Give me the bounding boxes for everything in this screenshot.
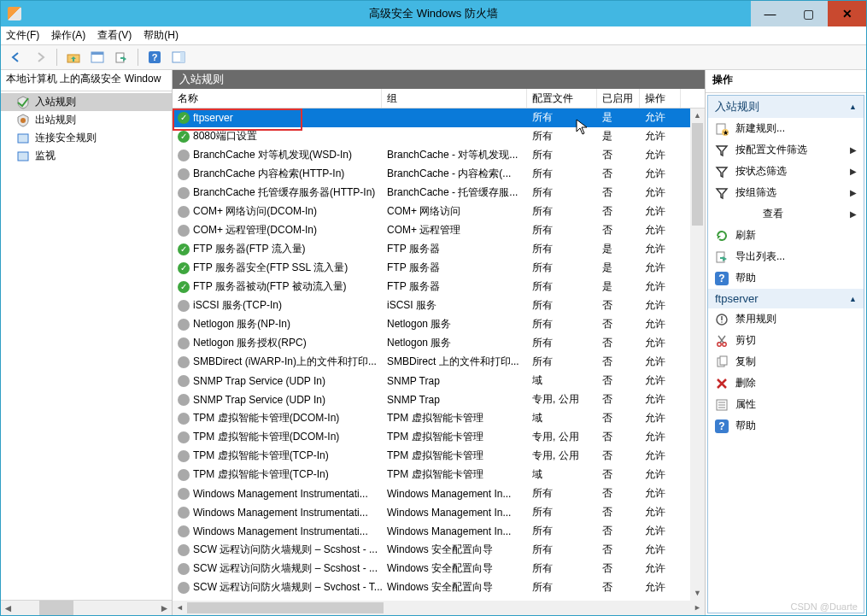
back-button[interactable] bbox=[6, 47, 26, 67]
titlebar[interactable]: 高级安全 Windows 防火墙 — ▢ ✕ bbox=[1, 1, 866, 26]
table-row[interactable]: SMBDirect (iWARP-In)上的文件和打印...SMBDirect … bbox=[173, 353, 690, 372]
table-row[interactable]: Netlogon 服务授权(RPC)Netlogon 服务所有否允许 bbox=[173, 334, 690, 353]
action-filter[interactable]: 按状态筛选▶ bbox=[708, 161, 864, 182]
action-filter[interactable]: 按组筛选▶ bbox=[708, 182, 864, 203]
tree-icon bbox=[16, 96, 30, 109]
rule-profile: 所有 bbox=[527, 486, 597, 501]
vscroll[interactable]: ▲▼ bbox=[690, 109, 705, 601]
table-row[interactable]: iSCSI 服务(TCP-In)iSCSI 服务所有否允许 bbox=[173, 296, 690, 315]
tree-item-1[interactable]: 出站规则 bbox=[1, 111, 172, 129]
table-row[interactable]: BranchCache 对等机发现(WSD-In)BranchCache - 对… bbox=[173, 146, 690, 165]
rule-name: Windows Management Instrumentati... bbox=[193, 488, 368, 500]
rule-enabled: 是 bbox=[597, 279, 640, 294]
action-refresh[interactable]: 刷新 bbox=[708, 225, 864, 246]
table-row[interactable]: BranchCache 托管缓存服务器(HTTP-In)BranchCache … bbox=[173, 184, 690, 202]
table-row[interactable]: BranchCache 内容检索(HTTP-In)BranchCache - 内… bbox=[173, 165, 690, 184]
table-row[interactable]: SCW 远程访问防火墙规则 – Scshost - ...Windows 安全配… bbox=[173, 560, 690, 578]
export-icon[interactable] bbox=[111, 47, 132, 67]
action-disable[interactable]: 禁用规则 bbox=[708, 308, 864, 330]
folder-up-icon[interactable] bbox=[63, 47, 84, 67]
rule-enabled: 否 bbox=[597, 392, 640, 407]
table-row[interactable]: Windows Management Instrumentati...Windo… bbox=[173, 522, 690, 541]
forward-button[interactable] bbox=[30, 47, 50, 67]
table-row[interactable]: TPM 虚拟智能卡管理(DCOM-In)TPM 虚拟智能卡管理域否允许 bbox=[173, 409, 690, 428]
action-section-inbound[interactable]: 入站规则▲ bbox=[708, 96, 864, 118]
tree-icon bbox=[16, 150, 30, 163]
rule-action: 允许 bbox=[640, 242, 681, 256]
table-row[interactable]: ✓ftpserver所有是允许 bbox=[173, 109, 690, 127]
action-help[interactable]: ?帮助 bbox=[708, 267, 864, 289]
rule-profile: 所有 bbox=[527, 261, 597, 275]
table-row[interactable]: TPM 虚拟智能卡管理(TCP-In)TPM 虚拟智能卡管理专用, 公用否允许 bbox=[173, 447, 690, 466]
col-group[interactable]: 组 bbox=[382, 89, 527, 108]
table-row[interactable]: COM+ 远程管理(DCOM-In)COM+ 远程管理所有否允许 bbox=[173, 221, 690, 240]
panel-icon[interactable] bbox=[168, 47, 189, 67]
col-name[interactable]: 名称 bbox=[173, 89, 382, 108]
rule-action: 允许 bbox=[640, 261, 681, 275]
hscroll[interactable]: ◄► bbox=[173, 601, 705, 615]
table-row[interactable]: TPM 虚拟智能卡管理(TCP-In)TPM 虚拟智能卡管理域否允许 bbox=[173, 466, 690, 484]
action-delete[interactable]: 删除 bbox=[708, 373, 864, 394]
action-label: 导出列表... bbox=[735, 249, 785, 264]
table-row[interactable]: ✓FTP 服务器被动(FTP 被动流入量)FTP 服务器所有是允许 bbox=[173, 278, 690, 296]
col-profile[interactable]: 配置文件 bbox=[527, 89, 597, 108]
menu-help[interactable]: 帮助(H) bbox=[144, 28, 179, 43]
tree-hscroll[interactable]: ◄ ► bbox=[1, 600, 172, 615]
menu-action[interactable]: 操作(A) bbox=[51, 28, 85, 43]
action-view[interactable]: 查看▶ bbox=[708, 203, 864, 225]
action-help[interactable]: ?帮助 bbox=[708, 415, 864, 437]
rule-profile: 域 bbox=[527, 373, 597, 388]
check-icon: ✓ bbox=[178, 243, 190, 255]
table-row[interactable]: ✓8080端口设置所有是允许 bbox=[173, 127, 690, 146]
table-row[interactable]: Windows Management Instrumentati...Windo… bbox=[173, 503, 690, 522]
rule-action: 允许 bbox=[640, 449, 681, 463]
disabled-icon bbox=[178, 488, 190, 500]
rule-name: Netlogon 服务授权(RPC) bbox=[193, 336, 307, 350]
svg-point-19 bbox=[718, 342, 721, 345]
rule-action: 允许 bbox=[640, 580, 681, 595]
help-icon[interactable]: ? bbox=[144, 47, 165, 67]
refresh-icon bbox=[715, 229, 729, 243]
table-row[interactable]: SCW 远程访问防火墙规则 – Scshost - ...Windows 安全配… bbox=[173, 541, 690, 560]
action-filter[interactable]: 按配置文件筛选▶ bbox=[708, 139, 864, 161]
tree-item-3[interactable]: 监视 bbox=[1, 147, 172, 165]
menu-view[interactable]: 查看(V) bbox=[97, 28, 132, 43]
table-row[interactable]: SCW 远程访问防火墙规则 – Svchost - T...Windows 安全… bbox=[173, 578, 690, 597]
action-cut[interactable]: 剪切 bbox=[708, 330, 864, 351]
action-export[interactable]: 导出列表... bbox=[708, 246, 864, 267]
copy-icon bbox=[715, 355, 729, 369]
rule-group: SNMP Trap bbox=[382, 394, 527, 406]
table-row[interactable]: SNMP Trap Service (UDP In)SNMP Trap专用, 公… bbox=[173, 390, 690, 409]
rule-group: Windows Management In... bbox=[382, 507, 527, 519]
properties-icon[interactable] bbox=[87, 47, 108, 67]
tree-item-2[interactable]: 连接安全规则 bbox=[1, 129, 172, 147]
col-action[interactable]: 操作 bbox=[640, 89, 681, 108]
table-row[interactable]: ✓FTP 服务器安全(FTP SSL 流入量)FTP 服务器所有是允许 bbox=[173, 259, 690, 278]
new-icon: ★ bbox=[715, 122, 729, 136]
table-row[interactable]: TPM 虚拟智能卡管理(DCOM-In)TPM 虚拟智能卡管理专用, 公用否允许 bbox=[173, 428, 690, 447]
action-new[interactable]: ★新建规则... bbox=[708, 118, 864, 139]
action-props[interactable]: 属性 bbox=[708, 394, 864, 415]
rule-profile: 所有 bbox=[527, 298, 597, 313]
col-enabled[interactable]: 已启用 bbox=[597, 89, 640, 108]
rule-group: FTP 服务器 bbox=[382, 261, 527, 275]
disabled-icon bbox=[178, 187, 190, 199]
table-row[interactable]: Windows Management Instrumentati...Windo… bbox=[173, 484, 690, 503]
action-copy[interactable]: 复制 bbox=[708, 351, 864, 373]
rule-profile: 专用, 公用 bbox=[527, 430, 597, 444]
action-section-rule[interactable]: ftpserver▲ bbox=[708, 289, 864, 308]
tree-pane: 本地计算机 上的高级安全 Window 入站规则出站规则连接安全规则监视 ◄ ► bbox=[1, 70, 173, 615]
menu-file[interactable]: 文件(F) bbox=[6, 28, 39, 43]
rule-name: iSCSI 服务(TCP-In) bbox=[193, 298, 282, 313]
rule-group: Netlogon 服务 bbox=[382, 336, 527, 350]
action-label: 帮助 bbox=[735, 419, 756, 433]
table-row[interactable]: COM+ 网络访问(DCOM-In)COM+ 网络访问所有否允许 bbox=[173, 202, 690, 221]
tree-item-0[interactable]: 入站规则 bbox=[1, 93, 172, 111]
table-row[interactable]: Netlogon 服务(NP-In)Netlogon 服务所有否允许 bbox=[173, 315, 690, 334]
rule-name: TPM 虚拟智能卡管理(DCOM-In) bbox=[193, 430, 339, 444]
rule-enabled: 否 bbox=[597, 543, 640, 557]
table-row[interactable]: SNMP Trap Service (UDP In)SNMP Trap域否允许 bbox=[173, 372, 690, 390]
rule-action: 允许 bbox=[640, 543, 681, 557]
table-row[interactable]: ✓FTP 服务器(FTP 流入量)FTP 服务器所有是允许 bbox=[173, 240, 690, 259]
tree-root[interactable]: 本地计算机 上的高级安全 Window bbox=[1, 70, 172, 91]
